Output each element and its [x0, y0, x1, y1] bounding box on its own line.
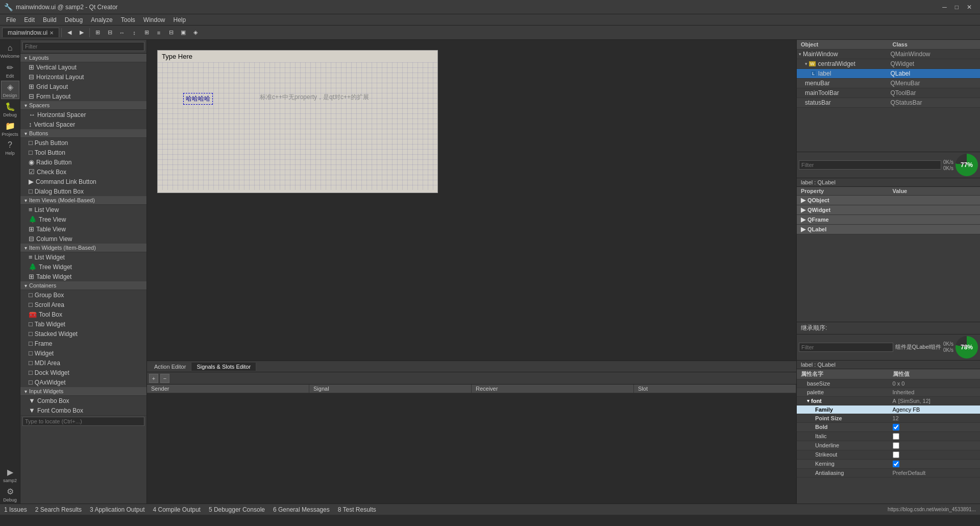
label-widget[interactable]: 哈哈哈哈	[183, 93, 213, 105]
prop-group-qlabel[interactable]: ▶QLabel	[797, 225, 980, 234]
italic-checkbox[interactable]	[893, 433, 899, 440]
menu-edit[interactable]: Edit	[20, 15, 39, 25]
maximize-button[interactable]: □	[951, 4, 963, 11]
form-canvas[interactable]: Type Here 哈哈哈哈 标准c++中无property，是qt对c++的扩…	[157, 50, 438, 193]
sidebar-item-debug[interactable]: 🐛 Debug	[1, 100, 19, 118]
widget-form-layout[interactable]: ⊟Form Layout	[20, 91, 146, 101]
obj-row-label[interactable]: L label QLabel	[797, 69, 980, 79]
widget-tree-view[interactable]: 🌲Tree View	[20, 214, 146, 224]
widget-dock-widget[interactable]: □Dock Widget	[20, 368, 146, 377]
status-search[interactable]: 2 Search Results	[35, 506, 82, 513]
toolbar-btn-9[interactable]: ⊟	[165, 27, 177, 38]
minimize-button[interactable]: ─	[938, 4, 951, 11]
toolbar-btn-11[interactable]: ◈	[190, 27, 201, 38]
status-compile[interactable]: 4 Compile Output	[153, 506, 201, 513]
sidebar-item-help[interactable]: ? Help	[1, 139, 19, 157]
prop-row-font[interactable]: ▾font A [SimSun, 12]	[797, 397, 980, 405]
widget-vertical-layout[interactable]: ⊞Vertical Layout	[20, 62, 146, 72]
category-input-widgets[interactable]: Input Widgets	[20, 387, 146, 396]
widget-push-button[interactable]: □Push Button	[20, 138, 146, 148]
menu-help[interactable]: Help	[169, 15, 190, 25]
status-test[interactable]: 8 Test Results	[338, 506, 376, 513]
status-debugger[interactable]: 5 Debugger Console	[209, 506, 265, 513]
locate-input[interactable]	[22, 417, 144, 426]
menu-build[interactable]: Build	[39, 15, 61, 25]
widget-vertical-spacer[interactable]: ↕Vertical Spacer	[20, 119, 146, 129]
toolbar-btn-8[interactable]: ≡	[153, 27, 164, 38]
widget-radio-button[interactable]: ◉Radio Button	[20, 157, 146, 167]
obj-row-maintoolbar[interactable]: mainToolBar QToolBar	[797, 88, 980, 98]
widget-check-box[interactable]: ☑Check Box	[20, 167, 146, 177]
widget-font-combo-box[interactable]: ▼Font Combo Box	[20, 405, 146, 415]
toolbar-btn-5[interactable]: ↔	[116, 27, 128, 38]
category-layouts[interactable]: Layouts	[20, 54, 146, 62]
sidebar-item-edit[interactable]: ✏ Edit	[1, 61, 19, 80]
toolbar-btn-4[interactable]: ⊟	[104, 27, 115, 38]
widget-mdi-area[interactable]: □MDI Area	[20, 358, 146, 368]
sidebar-item-design[interactable]: ◈ Design	[1, 81, 19, 99]
tab-action-editor[interactable]: Action Editor	[149, 363, 191, 371]
sidebar-item-samp2[interactable]: ▶ samp2	[1, 466, 19, 484]
menu-analyze[interactable]: Analyze	[87, 15, 117, 25]
prop-group-qobject[interactable]: ▶QObject	[797, 196, 980, 205]
toolbar-btn-2[interactable]: ▶	[76, 27, 87, 38]
category-item-widgets[interactable]: Item Widgets (Item-Based)	[20, 244, 146, 252]
add-signal-button[interactable]: +	[149, 374, 158, 383]
sidebar-item-debug-bottom[interactable]: ⚙ Debug	[1, 485, 19, 504]
widget-table-widget[interactable]: ⊞Table Widget	[20, 272, 146, 281]
widget-horizontal-spacer[interactable]: ↔Horizontal Spacer	[20, 110, 146, 119]
obj-row-statusbar[interactable]: statusBar QStatusBar	[797, 98, 980, 108]
status-issues[interactable]: 1 Issues	[4, 506, 27, 513]
prop-group-qwidget[interactable]: ▶QWidget	[797, 205, 980, 215]
tab-signals-slots[interactable]: Signals & Slots Editor	[191, 363, 256, 371]
menu-file[interactable]: File	[2, 15, 20, 25]
widget-tool-box[interactable]: 🧰Tool Box	[20, 309, 146, 319]
toolbar-btn-6[interactable]: ↕	[129, 27, 140, 38]
sidebar-item-welcome[interactable]: ⌂ Welcome	[1, 42, 19, 60]
widget-tree-widget[interactable]: 🌲Tree Widget	[20, 262, 146, 272]
prop-group-qframe[interactable]: ▶QFrame	[797, 215, 980, 225]
prop-filter-input-2[interactable]	[799, 343, 893, 352]
category-buttons[interactable]: Buttons	[20, 129, 146, 138]
sidebar-item-projects[interactable]: 📁 Projects	[1, 119, 19, 138]
toolbar-btn-10[interactable]: ▣	[178, 27, 189, 38]
widget-scroll-area[interactable]: □Scroll Area	[20, 300, 146, 309]
widget-list-view[interactable]: ≡List View	[20, 205, 146, 214]
widget-tab-widget[interactable]: □Tab Widget	[20, 319, 146, 329]
kerning-checkbox[interactable]	[893, 461, 899, 467]
widget-stacked-widget[interactable]: □Stacked Widget	[20, 329, 146, 339]
status-app-output[interactable]: 3 Application Output	[90, 506, 144, 513]
widget-column-view[interactable]: ⊟Column View	[20, 234, 146, 244]
menu-window[interactable]: Window	[139, 15, 169, 25]
toolbar-btn-3[interactable]: ⊞	[92, 27, 103, 38]
strikeout-checkbox[interactable]	[893, 451, 899, 458]
remove-signal-button[interactable]: −	[160, 374, 169, 383]
close-button[interactable]: ✕	[963, 4, 976, 11]
category-containers[interactable]: Containers	[20, 281, 146, 290]
obj-row-menubar[interactable]: menuBar QMenuBar	[797, 79, 980, 88]
widget-grid-layout[interactable]: ⊞Grid Layout	[20, 82, 146, 91]
widget-list-widget[interactable]: ≡List Widget	[20, 252, 146, 262]
tab-mainwindow-ui[interactable]: mainwindow.ui ✕	[2, 28, 59, 37]
underline-checkbox[interactable]	[893, 442, 899, 449]
widget-horizontal-layout[interactable]: ⊟Horizontal Layout	[20, 72, 146, 82]
widget-frame[interactable]: □Frame	[20, 339, 146, 348]
toolbar-btn-7[interactable]: ⊞	[141, 27, 152, 38]
category-item-views[interactable]: Item Views (Model-Based)	[20, 196, 146, 205]
widget-group-box[interactable]: □Group Box	[20, 290, 146, 300]
widget-widget[interactable]: □Widget	[20, 348, 146, 358]
widget-table-view[interactable]: ⊞Table View	[20, 224, 146, 234]
obj-row-mainwindow[interactable]: ▾ MainWindow QMainWindow	[797, 50, 980, 59]
menu-tools[interactable]: Tools	[117, 15, 139, 25]
widget-tool-button[interactable]: □Tool Button	[20, 148, 146, 157]
prop-filter-input[interactable]	[799, 160, 941, 170]
tab-close-icon[interactable]: ✕	[50, 30, 54, 36]
filter-input[interactable]	[22, 42, 144, 51]
bold-checkbox[interactable]	[893, 424, 899, 431]
obj-row-centralwidget[interactable]: ▾ W centralWidget QWidget	[797, 59, 980, 69]
menu-debug[interactable]: Debug	[61, 15, 87, 25]
category-spacers[interactable]: Spacers	[20, 101, 146, 110]
status-general[interactable]: 6 General Messages	[273, 506, 330, 513]
widget-combo-box[interactable]: ▼Combo Box	[20, 396, 146, 405]
widget-dialog-button-box[interactable]: □Dialog Button Box	[20, 186, 146, 196]
